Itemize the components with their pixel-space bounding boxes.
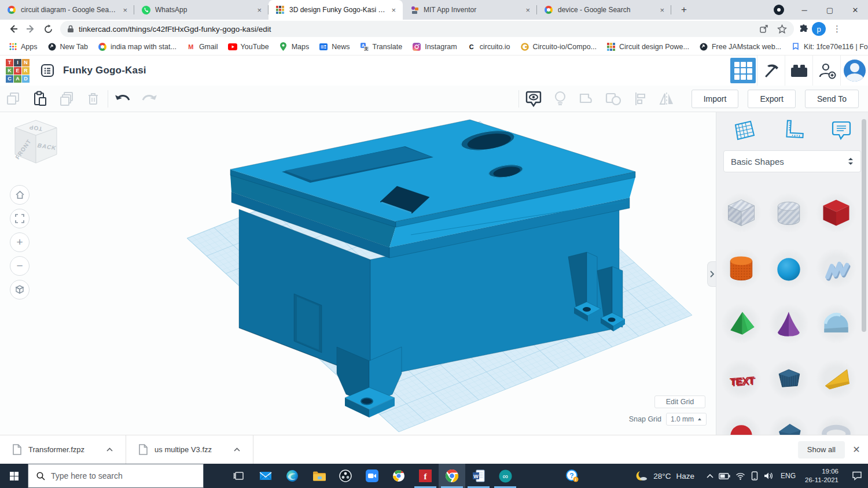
chevron-up-icon[interactable] <box>234 448 240 452</box>
tab-close-icon[interactable]: × <box>390 5 397 15</box>
notes-tool-button[interactable] <box>830 119 853 142</box>
design-properties-button[interactable] <box>39 62 56 79</box>
browser-menu-icon[interactable]: ⋮ <box>829 24 845 34</box>
wifi-icon[interactable] <box>735 472 745 480</box>
workplane-tool-button[interactable] <box>731 119 756 142</box>
window-maximize-button[interactable]: ▢ <box>817 0 843 20</box>
shape-scribble[interactable] <box>812 241 860 296</box>
shape-round-roof[interactable] <box>812 296 860 352</box>
taskbar-search-input[interactable]: Type here to search <box>28 464 204 488</box>
downloads-close-icon[interactable]: ✕ <box>845 444 868 455</box>
taskbar-clock[interactable]: 19:06 26-11-2021 <box>805 467 838 485</box>
shape-half-sphere[interactable] <box>718 407 765 435</box>
browser-profile-avatar[interactable]: p <box>812 22 826 36</box>
panel-collapse-handle[interactable] <box>707 261 716 287</box>
shape-cylinder-hole[interactable] <box>765 185 812 241</box>
undo-button[interactable] <box>109 86 136 112</box>
account-avatar[interactable] <box>840 56 868 86</box>
tab-close-icon[interactable]: × <box>122 5 128 15</box>
taskbar-fritzing-icon[interactable]: f <box>412 464 439 488</box>
download-item-2[interactable]: us multipe V3.fzz <box>126 435 253 464</box>
speaker-icon[interactable] <box>764 472 774 480</box>
home-view-button[interactable] <box>10 185 30 205</box>
tab-close-icon[interactable]: × <box>524 5 531 15</box>
bookmark-india-map[interactable]: india map with stat... <box>98 42 176 51</box>
snap-grid-select[interactable]: 1.0 mm <box>666 413 707 426</box>
new-tab-button[interactable]: + <box>676 2 692 18</box>
taskbar-file-explorer-icon[interactable] <box>306 464 332 488</box>
shape-wedge[interactable] <box>812 352 860 407</box>
weather-temperature[interactable]: 28°C <box>653 472 671 480</box>
bookmark-circuito-compo[interactable]: Circuito-io/Compo... <box>520 42 597 51</box>
taskbar-word-icon[interactable]: W <box>465 464 492 488</box>
taskbar-help-icon[interactable]: ?i <box>559 464 586 488</box>
bookmark-apps[interactable]: Apps <box>8 42 38 51</box>
bookmark-kit[interactable]: Kit: 1fce70e116 | Fo... <box>791 42 868 51</box>
ungroup-button[interactable] <box>600 86 627 112</box>
taskbar-chrome-active-icon[interactable] <box>439 464 465 488</box>
mode-bricks-button[interactable] <box>785 56 812 86</box>
zoom-in-button[interactable]: + <box>10 232 30 252</box>
bookmark-maps[interactable]: Maps <box>279 42 310 51</box>
tab-circuit-diagram[interactable]: circuit diagram - Google Search × <box>0 0 134 20</box>
tinkercad-logo[interactable]: TIN KER CAD <box>6 59 30 83</box>
tab-whatsapp[interactable]: WhatsApp × <box>134 0 269 20</box>
language-indicator[interactable]: ENG <box>781 472 796 480</box>
align-button[interactable] <box>627 86 653 112</box>
download-item-1[interactable]: Transformer.fzpz <box>0 435 126 464</box>
mode-minecraft-button[interactable] <box>757 56 785 86</box>
copy-button[interactable] <box>0 86 27 112</box>
tab-mit-app-inventor[interactable]: MIT App Inventor × <box>403 0 537 20</box>
back-button[interactable] <box>5 21 22 37</box>
bookmark-new-tab[interactable]: New Tab <box>47 42 88 51</box>
bookmark-circuito[interactable]: Ccircuito.io <box>467 42 510 51</box>
perspective-toggle-button[interactable] <box>10 280 30 300</box>
shape-prism[interactable] <box>765 407 812 435</box>
import-button[interactable]: Import <box>692 90 739 108</box>
tab-device-search[interactable]: device - Google Search × <box>537 0 671 20</box>
shape-roof[interactable] <box>718 296 765 352</box>
taskbar-chrome-icon[interactable] <box>385 464 412 488</box>
shape-cylinder[interactable] <box>718 241 765 296</box>
reload-button[interactable] <box>39 21 57 37</box>
window-close-button[interactable]: ✕ <box>843 0 868 20</box>
model-scene[interactable] <box>0 112 716 435</box>
titlebar-status-icon[interactable] <box>766 0 792 20</box>
bookmark-gmail[interactable]: MGmail <box>186 42 218 51</box>
panel-scrollbar[interactable] <box>862 119 866 332</box>
show-all-downloads-button[interactable]: Show all <box>798 441 845 459</box>
shape-sphere[interactable] <box>765 241 812 296</box>
zoom-out-button[interactable]: − <box>10 256 30 276</box>
shape-torus[interactable] <box>812 407 860 435</box>
shapes-category-select[interactable]: Basic Shapes <box>723 150 861 172</box>
duplicate-button[interactable] <box>53 86 80 112</box>
send-to-button[interactable]: Send To <box>805 90 859 108</box>
shape-text[interactable]: TEXT TEXT <box>718 352 765 407</box>
mirror-button[interactable] <box>653 86 680 112</box>
edit-grid-button[interactable]: Edit Grid <box>654 395 705 408</box>
paste-button[interactable] <box>27 86 53 112</box>
phone-link-icon[interactable] <box>751 471 759 480</box>
bookmark-circuit-design[interactable]: Circuit design Powe... <box>606 42 689 51</box>
shape-polygon[interactable] <box>765 352 812 407</box>
weather-moon-icon[interactable] <box>634 470 648 482</box>
invite-collaborator-button[interactable] <box>812 56 840 86</box>
taskbar-mail-icon[interactable] <box>252 464 279 488</box>
delete-button[interactable] <box>80 86 106 112</box>
tray-chevron-icon[interactable] <box>707 474 713 478</box>
bookmark-youtube[interactable]: YouTube <box>228 42 269 51</box>
taskbar-zoom-icon[interactable] <box>359 464 385 488</box>
bookmark-translate[interactable]: A文Translate <box>360 42 403 51</box>
shape-cone[interactable] <box>765 296 812 352</box>
start-button[interactable] <box>0 464 28 488</box>
weather-condition[interactable]: Haze <box>676 472 694 480</box>
3d-viewport[interactable]: TOP FRONT BACK + − Edit Grid Snap Grid 1… <box>0 112 716 435</box>
tab-tinkercad-active[interactable]: 3D design Funky Gogo-Kasi | Tink × <box>269 0 403 20</box>
taskbar-arduino-icon[interactable]: ∞ <box>492 464 518 488</box>
share-icon[interactable] <box>759 24 769 34</box>
ruler-tool-button[interactable] <box>781 119 804 142</box>
shape-box[interactable] <box>812 185 860 241</box>
tab-close-icon[interactable]: × <box>256 5 263 15</box>
tab-close-icon[interactable]: × <box>659 5 665 15</box>
fit-view-button[interactable] <box>10 209 30 228</box>
